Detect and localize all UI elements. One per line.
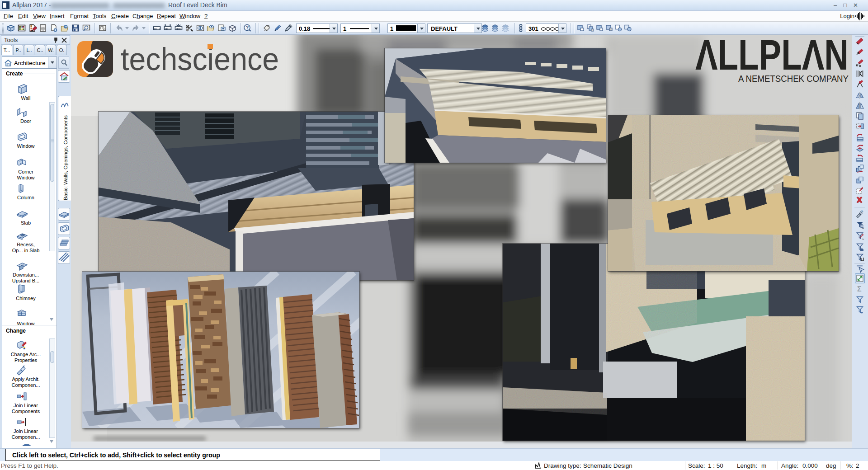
svg-text:A NEMETSCHEK COMPANY: A NEMETSCHEK COMPANY — [738, 73, 849, 84]
svg-text:Basic: Walls, Openings, Compon: Basic: Walls, Openings, Components — [63, 115, 68, 200]
svg-text:ΛLLPLΛN: ΛLLPLΛN — [695, 35, 849, 79]
svg-text:techscience: techscience — [121, 42, 279, 77]
